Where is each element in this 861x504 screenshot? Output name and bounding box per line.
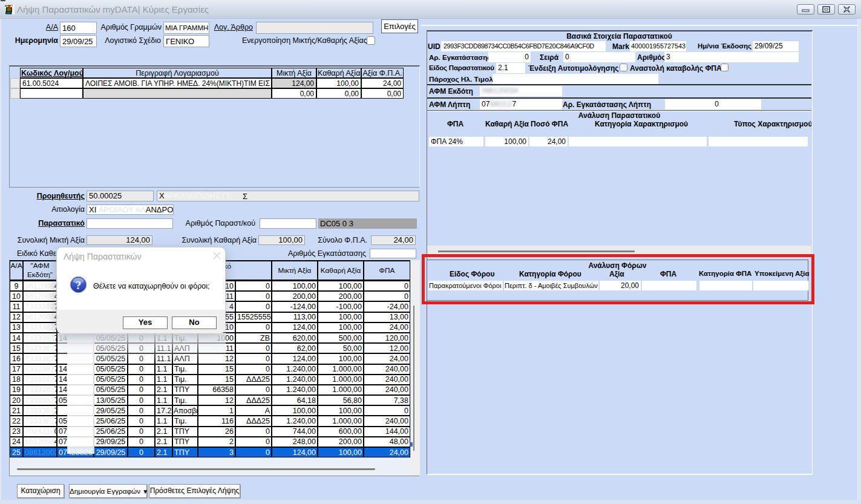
svg-text:?: ? xyxy=(76,279,82,292)
